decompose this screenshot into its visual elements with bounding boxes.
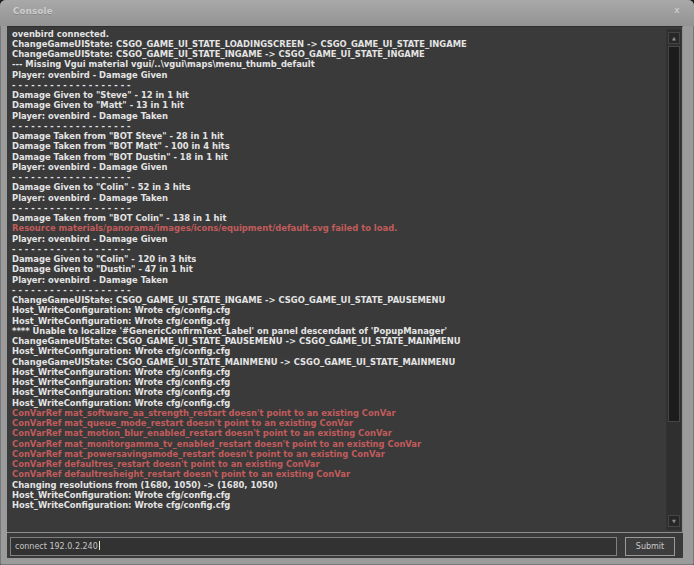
log-line: ChangeGameUIState: CSGO_GAME_UI_STATE_MA… xyxy=(12,357,660,367)
log-line: - - - - - - - - - - - - - - - - - - - xyxy=(12,80,660,90)
log-line: Damage Taken from "BOT Steve" - 28 in 1 … xyxy=(12,131,660,141)
scroll-down-button[interactable]: ▼ xyxy=(668,515,680,527)
log-line: ConVarRef mat_motion_blur_enabled_restar… xyxy=(12,428,660,438)
log-line: Player: ovenbird - Damage Given xyxy=(12,162,660,172)
submit-button[interactable]: Submit xyxy=(625,537,675,556)
log-line: Damage Given to "Steve" - 12 in 1 hit xyxy=(12,90,660,100)
log-line: Host_WriteConfiguration: Wrote cfg/confi… xyxy=(12,316,660,326)
log-line: Player: ovenbird - Damage Given xyxy=(12,234,660,244)
command-input-value: connect 192.0.2.240 xyxy=(15,542,98,551)
log-line: - - - - - - - - - - - - - - - - - - - xyxy=(12,121,660,131)
log-line: Changing resolutions from (1680, 1050) -… xyxy=(12,480,660,490)
log-line: - - - - - - - - - - - - - - - - - - - xyxy=(12,285,660,295)
log-line: ConVarRef defaultresheight_restart doesn… xyxy=(12,469,660,479)
log-line: Damage Taken from "BOT Matt" - 100 in 4 … xyxy=(12,141,660,151)
log-line: Damage Given to "Matt" - 13 in 1 hit xyxy=(12,100,660,110)
scrollbar[interactable]: ▲ ▼ xyxy=(666,29,681,530)
log-line: ovenbird connected. xyxy=(12,29,660,39)
log-line: Host_WriteConfiguration: Wrote cfg/confi… xyxy=(12,377,660,387)
console-panel: ovenbird connected.ChangeGameUIState: CS… xyxy=(7,26,683,558)
log-line: Damage Taken from "BOT Dustin" - 18 in 1… xyxy=(12,152,660,162)
command-input[interactable]: connect 192.0.2.240 xyxy=(10,537,617,556)
log-line: Damage Given to "Colin" - 120 in 3 hits xyxy=(12,254,660,264)
log-line: ConVarRef mat_software_aa_strength_resta… xyxy=(12,408,660,418)
log-line: Damage Taken from "BOT Colin" - 138 in 1… xyxy=(12,213,660,223)
log-line: - - - - - - - - - - - - - - - - - - - xyxy=(12,244,660,254)
log-line: - - - - - - - - - - - - - - - - - - - xyxy=(12,203,660,213)
scrollbar-thumb[interactable] xyxy=(668,46,680,422)
log-line: Host_WriteConfiguration: Wrote cfg/confi… xyxy=(12,500,660,510)
log-line: Player: ovenbird - Damage Taken xyxy=(12,193,660,203)
log-line: ChangeGameUIState: CSGO_GAME_UI_STATE_IN… xyxy=(12,49,660,59)
log-line: Resource materials/panorama/images/icons… xyxy=(12,223,660,233)
log-viewport: ovenbird connected.ChangeGameUIState: CS… xyxy=(7,26,683,533)
log-line: Host_WriteConfiguration: Wrote cfg/confi… xyxy=(12,305,660,315)
log-line: Host_WriteConfiguration: Wrote cfg/confi… xyxy=(12,346,660,356)
log-line: ConVarRef mat_queue_mode_restart doesn't… xyxy=(12,418,660,428)
log-line: ConVarRef mat_powersavingsmode_restart d… xyxy=(12,449,660,459)
log-line: Player: ovenbird - Damage Given xyxy=(12,70,660,80)
log-line: Host_WriteConfiguration: Wrote cfg/confi… xyxy=(12,387,660,397)
screen: Console x ovenbird connected.ChangeGameU… xyxy=(0,0,694,565)
log-line: Host_WriteConfiguration: Wrote cfg/confi… xyxy=(12,490,660,500)
log-line: ConVarRef mat_monitorgamma_tv_enabled_re… xyxy=(12,439,660,449)
log-line: Host_WriteConfiguration: Wrote cfg/confi… xyxy=(12,367,660,377)
text-cursor xyxy=(99,541,100,550)
log-line: ChangeGameUIState: CSGO_GAME_UI_STATE_PA… xyxy=(12,336,660,346)
log-line: Player: ovenbird - Damage Taken xyxy=(12,111,660,121)
window-title: Console xyxy=(13,6,53,16)
log-line: Damage Given to "Dustin" - 47 in 1 hit xyxy=(12,264,660,274)
log-line: ConVarRef defaultres_restart doesn't poi… xyxy=(12,459,660,469)
up-arrow-icon: ▲ xyxy=(672,35,676,41)
log-line: Player: ovenbird - Damage Taken xyxy=(12,275,660,285)
log-line: - - - - - - - - - - - - - - - - - - - xyxy=(12,172,660,182)
log-line: **** Unable to localize '#GenericConfirm… xyxy=(12,326,660,336)
console-log: ovenbird connected.ChangeGameUIState: CS… xyxy=(12,29,660,511)
log-line: Damage Given to "Colin" - 52 in 3 hits xyxy=(12,182,660,192)
close-icon[interactable]: x xyxy=(671,4,683,16)
titlebar[interactable]: Console x xyxy=(0,0,694,26)
scroll-up-button[interactable]: ▲ xyxy=(668,32,680,44)
down-arrow-icon: ▼ xyxy=(672,518,676,524)
log-line: Host_WriteConfiguration: Wrote cfg/confi… xyxy=(12,398,660,408)
log-line: ChangeGameUIState: CSGO_GAME_UI_STATE_LO… xyxy=(12,39,660,49)
console-window: Console x ovenbird connected.ChangeGameU… xyxy=(0,0,694,565)
log-line: --- Missing Vgui material vgui/..\vgui\m… xyxy=(12,59,660,69)
log-line: ChangeGameUIState: CSGO_GAME_UI_STATE_IN… xyxy=(12,295,660,305)
